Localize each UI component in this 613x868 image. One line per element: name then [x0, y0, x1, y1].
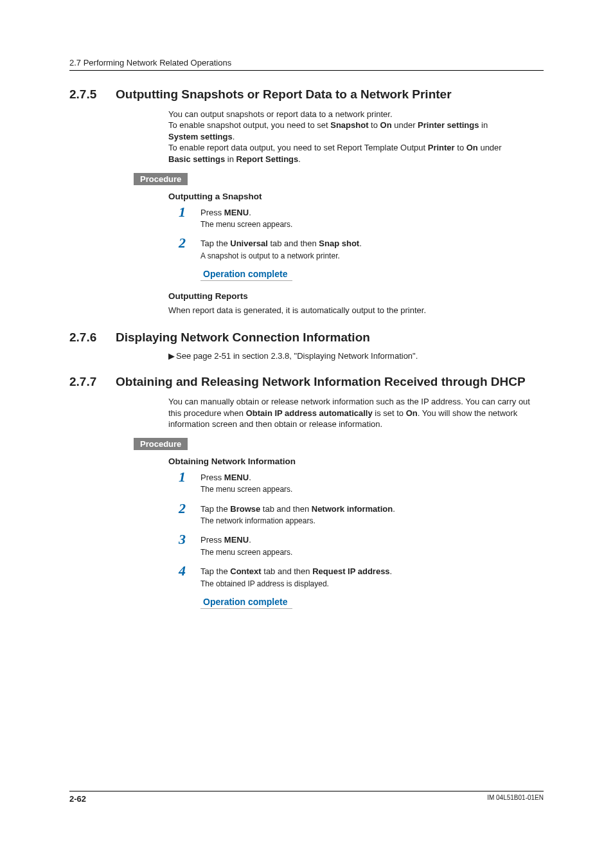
step-row: 2 Tap the Browse tab and then Network in…: [179, 502, 544, 527]
text: to: [368, 120, 380, 130]
step-row: 1 Press MENU. The menu screen appears.: [179, 205, 544, 230]
section-2-7-5-intro: You can output snapshots or report data …: [168, 109, 538, 165]
step-result: The menu screen appears.: [200, 219, 292, 230]
text: .: [249, 535, 251, 545]
text: .: [359, 239, 362, 248]
text: .: [393, 504, 395, 514]
bold-text: MENU: [224, 473, 249, 482]
bold-text: Printer settings: [418, 120, 479, 130]
bold-text: On: [466, 143, 478, 152]
bold-text: Obtain IP address automatically: [246, 408, 373, 418]
section-2-7-7-head: 2.7.7 Obtaining and Releasing Network In…: [69, 375, 544, 390]
section-2-7-5-head: 2.7.5 Outputting Snapshots or Report Dat…: [69, 87, 544, 102]
text: .: [249, 208, 251, 217]
sub-heading-outputting-reports: Outputting Reports: [168, 291, 544, 301]
text: is set to: [373, 408, 406, 418]
step-number: 2: [179, 236, 200, 250]
step-number: 4: [179, 564, 200, 578]
step-number: 2: [179, 502, 200, 516]
bold-text: Report Settings: [236, 154, 299, 164]
section-number: 2.7.7: [69, 375, 116, 389]
text: Tap the: [200, 566, 230, 576]
step-result: The menu screen appears.: [200, 547, 292, 557]
text: .: [298, 154, 301, 164]
text: tab and then: [260, 504, 312, 514]
text: You can output snapshots or report data …: [168, 109, 393, 119]
text: .: [233, 132, 235, 141]
step-body: Press MENU. The menu screen appears.: [200, 532, 292, 557]
page-number: 2-62: [69, 794, 86, 804]
step-result: The network information appears.: [200, 516, 395, 526]
text: in: [479, 120, 488, 130]
text: Press: [200, 208, 224, 217]
bold-text: System settings: [168, 132, 233, 141]
text: To enable snapshot output, you need to s…: [168, 120, 330, 130]
bold-text: Request IP address: [312, 566, 389, 576]
text: under: [478, 143, 502, 152]
sub-heading-obtaining-network-info: Obtaining Network Information: [168, 457, 544, 466]
step-body: Tap the Browse tab and then Network info…: [200, 502, 395, 527]
section-title: Displaying Network Connection Informatio…: [116, 330, 370, 345]
step-body: Press MENU. The menu screen appears.: [200, 470, 292, 495]
section-number: 2.7.5: [69, 87, 116, 102]
section-2-7-6-head: 2.7.6 Displaying Network Connection Info…: [69, 330, 544, 345]
procedure-badge: Procedure: [134, 173, 188, 185]
text: See page 2-51 in section 2.3.8, "Display…: [176, 351, 418, 361]
text: Press: [200, 535, 224, 545]
step-row: 2 Tap the Universal tab and then Snap sh…: [179, 236, 544, 261]
step-result: The obtained IP address is displayed.: [200, 579, 392, 589]
step-result: The menu screen appears.: [200, 484, 292, 494]
text: .: [249, 473, 251, 482]
text: in: [225, 154, 236, 164]
bold-text: Snapshot: [330, 120, 368, 130]
bold-text: Printer: [428, 143, 455, 152]
text: tab and then: [268, 239, 319, 248]
bold-text: Basic settings: [168, 154, 225, 164]
section-title: Outputting Snapshots or Report Data to a…: [116, 87, 452, 102]
operation-complete: Operation complete: [200, 269, 292, 281]
see-reference: ▶See page 2-51 in section 2.3.8, "Displa…: [168, 351, 544, 361]
procedure-badge: Procedure: [134, 438, 188, 450]
section-number: 2.7.6: [69, 330, 116, 345]
text: .: [390, 566, 393, 576]
text: under: [392, 120, 418, 130]
step-body: Tap the Universal tab and then Snap shot…: [200, 236, 362, 261]
step-row: 1 Press MENU. The menu screen appears.: [179, 470, 544, 495]
sub-heading-outputting-snapshot: Outputting a Snapshot: [168, 192, 544, 201]
bold-text: On: [380, 120, 392, 130]
text: tab and then: [262, 566, 313, 576]
step-result: A snapshot is output to a network printe…: [200, 251, 362, 261]
running-head: 2.7 Performing Network Related Operation…: [69, 58, 544, 71]
section-2-7-7-intro: You can manually obtain or release netwo…: [168, 396, 538, 430]
step-number: 1: [179, 470, 200, 484]
bold-text: Network information: [312, 504, 393, 514]
step-body: Press MENU. The menu screen appears.: [200, 205, 292, 230]
text: to: [455, 143, 466, 152]
step-number: 3: [179, 532, 200, 547]
step-body: Tap the Context tab and then Request IP …: [200, 564, 392, 589]
bold-text: MENU: [224, 208, 249, 217]
text: To enable report data output, you need t…: [168, 143, 428, 152]
step-row: 3 Press MENU. The menu screen appears.: [179, 532, 544, 557]
bold-text: Context: [230, 566, 261, 576]
bold-text: Universal: [230, 239, 268, 248]
bold-text: Snap shot: [319, 239, 359, 248]
text: Press: [200, 473, 224, 482]
page-footer: 2-62 IM 04L51B01-01EN: [69, 791, 544, 804]
doc-id: IM 04L51B01-01EN: [487, 794, 544, 804]
text: Tap the: [200, 504, 230, 514]
bold-text: Browse: [230, 504, 260, 514]
bold-text: On: [406, 408, 418, 418]
step-row: 4 Tap the Context tab and then Request I…: [179, 564, 544, 589]
step-number: 1: [179, 205, 200, 219]
operation-complete: Operation complete: [200, 597, 292, 609]
section-title: Obtaining and Releasing Network Informat…: [116, 375, 526, 390]
paragraph: When report data is generated, it is aut…: [168, 305, 538, 316]
bold-text: MENU: [224, 535, 249, 545]
text: Tap the: [200, 239, 230, 248]
triangle-right-icon: ▶: [168, 351, 175, 361]
